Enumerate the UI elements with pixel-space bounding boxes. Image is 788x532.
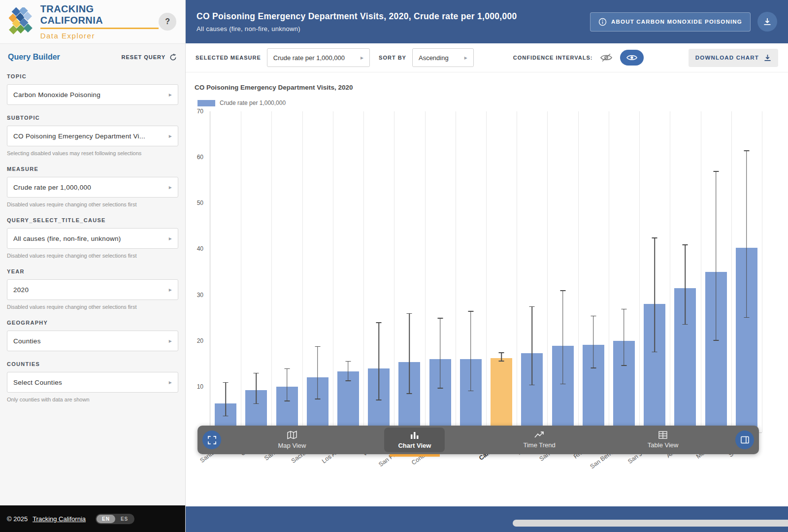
chevron-right-icon: ▸ [169,379,172,386]
copyright-text: © 2025 [7,515,28,523]
header-actions: ABOUT CARBON MONOXIDE POISONING [590,12,777,32]
bottom-nav-items: Map ViewChart ViewTime TrendTable View [232,426,724,454]
horizontal-scrollbar[interactable] [513,520,788,527]
year-select[interactable]: 2020▸ [7,279,178,300]
fullscreen-button[interactable] [202,431,221,449]
nav-item-map-view[interactable]: Map View [264,428,320,452]
query-select-title-cause-select[interactable]: All causes (fire, non-fire, unknown)▸ [7,228,178,249]
select-value: Select Counties [13,379,62,386]
chevron-right-icon: ▸ [169,286,172,293]
query-section-geography: GEOGRAPHYCounties▸ [7,320,178,351]
y-axis: 010203040506070 [186,111,206,432]
subtopic-select[interactable]: CO Poisoning Emergency Department Vi...▸ [7,126,178,146]
confidence-interval-san-francisco [405,313,413,394]
sidebar-header: TRACKING CALIFORNIA Data Explorer ? [0,0,185,44]
chevron-right-icon: ▸ [464,54,467,61]
download-chart-label: DOWNLOAD CHART [695,55,759,61]
reset-query-button[interactable]: RESET QUERY [122,53,177,62]
section-label: SUBTOPIC [7,115,178,121]
y-tick-label: 10 [197,383,203,390]
query-section-measure: MEASURECrude rate per 1,000,000▸Disabled… [7,166,178,207]
measure-select[interactable]: Crude rate per 1,000,000▸ [7,177,178,198]
sort-by-label: SORT BY [379,55,406,61]
nav-item-label: Table View [648,441,679,449]
counties-select[interactable]: Select Counties▸ [7,372,178,393]
language-en-button[interactable]: EN [97,515,115,523]
sort-by-select[interactable]: Ascending ▸ [412,48,474,67]
show-confidence-intervals-button[interactable] [620,50,644,66]
reset-query-label: RESET QUERY [122,54,165,60]
section-label: YEAR [7,268,178,274]
panel-icon [741,436,749,444]
header-download-button[interactable] [757,12,777,32]
sort-by-value: Ascending [419,54,449,62]
chevron-right-icon: ▸ [169,184,172,191]
section-label: COUNTIES [7,361,178,367]
chart-column [333,111,364,432]
about-button[interactable]: ABOUT CARBON MONOXIDE POISONING [590,12,751,32]
section-label: GEOGRAPHY [7,320,178,326]
section-note: Selecting disabled values may reset foll… [7,150,178,156]
nav-item-time-trend[interactable]: Time Trend [509,428,569,452]
footer-link[interactable]: Tracking California [33,515,86,523]
confidence-intervals-label: CONFIDENCE INTERVALS: [513,55,593,61]
select-value: All causes (fire, non-fire, unknown) [13,235,121,242]
app: TRACKING CALIFORNIA Data Explorer ? Quer… [0,0,788,532]
confidence-interval-riverside [590,316,597,368]
chart-toolbar: SELECTED MEASURE Crude rate per 1,000,00… [186,43,788,72]
chart-column [547,111,578,432]
nav-item-chart-view[interactable]: Chart View [384,428,445,452]
y-tick-label: 70 [197,108,203,115]
topic-select[interactable]: Carbon Monoxide Poisoning▸ [7,84,178,105]
section-label: QUERY_SELECT_TITLE_CAUSE [7,217,178,223]
chart-column [210,111,241,432]
section-note: Disabled values require changing other s… [7,201,178,207]
chart-column [241,111,272,432]
brand-title: TRACKING CALIFORNIA [40,3,159,29]
chart-column [271,111,302,432]
confidence-interval-san-joaquin [651,237,658,352]
selected-measure-select[interactable]: Crude rate per 1,000,000 ▸ [267,48,370,67]
chart-column [363,111,394,432]
sidebar-footer: © 2025 Tracking California EN ES [0,505,185,532]
query-section-topic: TOPICCarbon Monoxide Poisoning▸ [7,73,178,105]
nav-item-table-view[interactable]: Table View [634,428,692,452]
query-section-subtopic: SUBTOPICCO Poisoning Emergency Departmen… [7,115,178,156]
legend-label: Crude rate per 1,000,000 [220,100,286,106]
chevron-right-icon: ▸ [169,91,172,98]
download-chart-button[interactable]: DOWNLOAD CHART [689,49,778,67]
brand-text: TRACKING CALIFORNIA Data Explorer [40,3,159,40]
panel-toggle-button[interactable] [735,431,754,449]
main-header: CO Poisoning Emergency Department Visits… [186,0,788,43]
chart-column [670,111,701,432]
bar-california[interactable] [491,358,512,432]
query-sections: TOPICCarbon Monoxide Poisoning▸SUBTOPICC… [0,64,185,402]
select-value: 2020 [13,286,29,294]
confidence-interval-sonoma [743,150,751,318]
bar-chart-icon [410,431,419,439]
chart-column [394,111,425,432]
y-tick-label: 30 [197,292,203,299]
chart-column [517,111,548,432]
selected-measure-value: Crude rate per 1,000,000 [273,54,345,62]
language-toggle: EN ES [96,514,134,524]
geography-select[interactable]: Counties▸ [7,331,178,351]
section-label: MEASURE [7,166,178,172]
reset-icon [169,53,177,62]
language-es-button[interactable]: ES [115,515,133,523]
hide-confidence-intervals-button[interactable] [600,53,612,62]
tracking-california-logo [9,7,34,36]
chart-column [456,111,487,432]
nav-item-label: Map View [278,442,306,449]
select-value: Carbon Monoxide Poisoning [13,91,100,99]
section-note: Disabled values require changing other s… [7,304,178,310]
chart-column [302,111,333,432]
view-switcher: Map ViewChart ViewTime TrendTable View [197,426,759,454]
help-button[interactable]: ? [159,13,176,31]
y-tick-label: 50 [197,200,203,206]
confidence-interval-san-bernardino [620,309,628,366]
chevron-right-icon: ▸ [169,133,172,139]
chart-title: CO Poisoning Emergency Department Visits… [195,84,353,91]
confidence-interval-orange [252,373,260,404]
select-value: CO Poisoning Emergency Department Vi... [13,133,145,140]
